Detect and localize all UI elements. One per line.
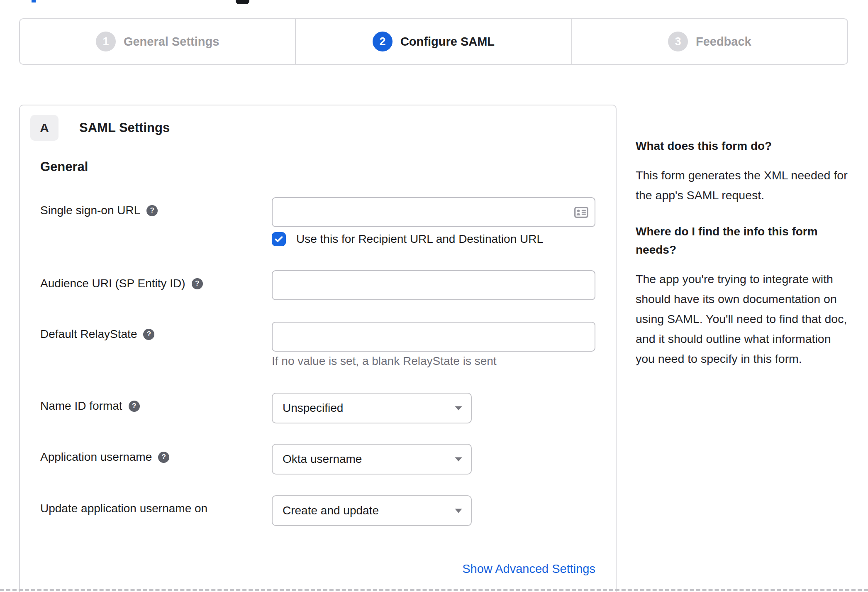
audience-uri-input[interactable] bbox=[272, 270, 595, 300]
update-application-username-select[interactable]: Create and update bbox=[272, 495, 472, 526]
bottom-crop-dashed-line bbox=[0, 589, 868, 591]
relay-state-label-row: Default RelayState ? bbox=[40, 328, 154, 341]
application-username-value: Okta username bbox=[273, 453, 454, 466]
recipient-url-checkbox[interactable] bbox=[272, 232, 286, 246]
cropped-logo-fragment bbox=[32, 0, 36, 2]
help-icon[interactable]: ? bbox=[143, 329, 154, 340]
recipient-url-checkbox-label: Use this for Recipient URL and Destinati… bbox=[296, 232, 543, 246]
recipient-url-checkbox-row: Use this for Recipient URL and Destinati… bbox=[272, 232, 543, 246]
application-username-label-row: Application username ? bbox=[40, 450, 169, 464]
help-icon[interactable]: ? bbox=[192, 278, 203, 289]
step-3-number-badge: 3 bbox=[668, 32, 688, 51]
step-2-number-badge: 2 bbox=[373, 32, 393, 51]
name-id-format-label-row: Name ID format ? bbox=[40, 399, 140, 413]
relay-state-input[interactable] bbox=[272, 322, 595, 352]
saml-configuration-page: 1 General Settings 2 Configure SAML 3 Fe… bbox=[0, 0, 868, 592]
help-sidebar: What does this form do? This form genera… bbox=[636, 137, 853, 386]
application-username-select[interactable]: Okta username bbox=[272, 444, 472, 475]
help-icon[interactable]: ? bbox=[129, 401, 140, 412]
name-id-format-select[interactable]: Unspecified bbox=[272, 393, 472, 423]
question-mark-glyph: ? bbox=[132, 402, 136, 410]
stepper-step-general-settings[interactable]: 1 General Settings bbox=[20, 19, 295, 64]
relay-state-hint: If no value is set, a blank RelayState i… bbox=[272, 355, 497, 368]
chevron-down-icon bbox=[454, 457, 463, 462]
audience-uri-label-row: Audience URI (SP Entity ID) ? bbox=[40, 277, 203, 290]
audience-uri-input-wrap bbox=[272, 270, 595, 300]
question-mark-glyph: ? bbox=[195, 279, 199, 288]
stepper-step-feedback[interactable]: 3 Feedback bbox=[571, 19, 847, 64]
update-application-username-label: Update application username on bbox=[40, 502, 207, 515]
section-a-badge: A bbox=[30, 115, 59, 141]
step-1-label: General Settings bbox=[124, 35, 219, 49]
stepper-step-configure-saml[interactable]: 2 Configure SAML bbox=[295, 19, 571, 64]
question-mark-glyph: ? bbox=[150, 206, 154, 215]
step-1-number-badge: 1 bbox=[96, 32, 116, 51]
wizard-stepper: 1 General Settings 2 Configure SAML 3 Fe… bbox=[19, 18, 848, 65]
question-mark-glyph: ? bbox=[147, 330, 151, 338]
help-question-1-title: What does this form do? bbox=[636, 137, 853, 155]
sso-url-label-row: Single sign-on URL ? bbox=[40, 204, 158, 217]
panel-title: SAML Settings bbox=[79, 120, 170, 135]
show-advanced-settings-link[interactable]: Show Advanced Settings bbox=[462, 562, 595, 576]
name-id-format-value: Unspecified bbox=[273, 401, 454, 415]
sso-url-input[interactable] bbox=[272, 197, 595, 227]
relay-state-label: Default RelayState bbox=[40, 328, 137, 341]
panel-header: A SAML Settings bbox=[30, 115, 170, 141]
sso-url-input-wrap bbox=[272, 197, 595, 227]
help-question-2-title: Where do I find the info this form needs… bbox=[636, 223, 853, 259]
checkmark-icon bbox=[274, 234, 284, 244]
help-question-2-body: The app you're trying to integrate with … bbox=[636, 269, 853, 369]
help-icon[interactable]: ? bbox=[146, 205, 158, 216]
help-question-1-body: This form generates the XML needed for t… bbox=[636, 165, 853, 205]
update-application-username-value: Create and update bbox=[273, 504, 454, 517]
name-id-format-label: Name ID format bbox=[40, 399, 122, 413]
chevron-down-icon bbox=[454, 406, 463, 411]
update-application-username-label-row: Update application username on bbox=[40, 502, 207, 515]
help-icon[interactable]: ? bbox=[158, 452, 169, 463]
cropped-header-shape bbox=[236, 0, 249, 4]
question-mark-glyph: ? bbox=[162, 453, 166, 461]
general-section-heading: General bbox=[40, 159, 88, 174]
application-username-label: Application username bbox=[40, 450, 152, 464]
chevron-down-icon bbox=[454, 508, 463, 514]
audience-uri-label: Audience URI (SP Entity ID) bbox=[40, 277, 185, 290]
saml-settings-panel: A SAML Settings General Single sign-on U… bbox=[19, 105, 617, 592]
step-2-label: Configure SAML bbox=[400, 35, 495, 49]
relay-state-input-wrap bbox=[272, 322, 595, 352]
sso-url-label: Single sign-on URL bbox=[40, 204, 140, 217]
step-3-label: Feedback bbox=[696, 35, 751, 49]
